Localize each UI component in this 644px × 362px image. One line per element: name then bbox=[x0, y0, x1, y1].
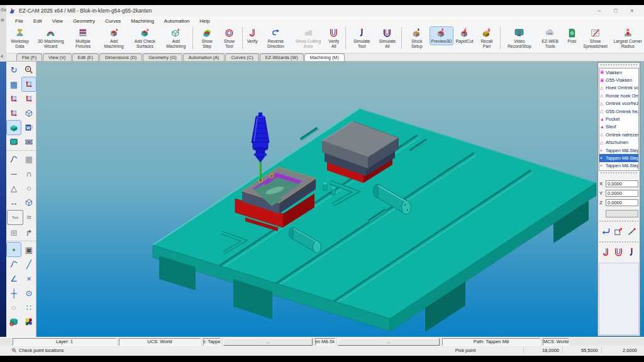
panel-button[interactable] bbox=[600, 225, 612, 238]
left-tool-icon[interactable]: ↱ bbox=[22, 226, 36, 239]
panel-button[interactable] bbox=[626, 246, 638, 259]
toolbar-button[interactable]: RapidCut bbox=[454, 27, 474, 45]
status-segment[interactable]: Wk Step: Tappen M8-Step-M8-Spotdrill bbox=[315, 338, 335, 346]
tab[interactable]: Edit (E) bbox=[72, 53, 99, 61]
workstep-item[interactable]: ▣ Vlakken bbox=[599, 69, 638, 76]
workstep-item[interactable]: △ Hoek Omtrek voorf bbox=[599, 84, 638, 92]
left-tool-icon[interactable] bbox=[7, 92, 21, 106]
toolbar-button[interactable]: Workstep Data bbox=[6, 27, 34, 49]
coordinate-input[interactable]: 0,0000 bbox=[606, 180, 638, 187]
menu-item[interactable]: Curves bbox=[100, 18, 126, 24]
status-segment[interactable]: UCS: World bbox=[119, 338, 201, 346]
workstep-item[interactable]: △ Afschuinen bbox=[599, 139, 638, 146]
left-tool-icon[interactable] bbox=[22, 77, 36, 91]
left-tool-icon[interactable]: ∷ bbox=[22, 300, 36, 314]
tab[interactable]: EZ-Wizards (W) bbox=[260, 53, 304, 61]
workstep-item[interactable]: ▲ Pocket bbox=[599, 115, 638, 123]
left-tool-icon[interactable]: ─ bbox=[7, 167, 21, 180]
toolbar-button[interactable]: Recall Part bbox=[476, 27, 501, 49]
left-tool-icon[interactable]: ▣ bbox=[22, 243, 36, 256]
status-segment[interactable]: Curve: Tappen M8 bbox=[203, 338, 221, 346]
left-tool-icon[interactable] bbox=[7, 315, 21, 329]
toolbar-button[interactable]: Show Cutting Area bbox=[292, 27, 324, 49]
coordinate-input[interactable]: 0,0000 bbox=[606, 190, 638, 197]
left-tool-icon[interactable]: ∩ bbox=[22, 167, 36, 180]
left-tool-icon[interactable] bbox=[22, 63, 36, 77]
viewport-3d[interactable] bbox=[36, 62, 644, 337]
left-tool-icon[interactable]: ↻ bbox=[7, 63, 21, 77]
left-tool-icon[interactable] bbox=[22, 135, 36, 149]
left-tool-icon[interactable] bbox=[7, 257, 21, 271]
tab[interactable]: Dimensions (D) bbox=[99, 53, 142, 61]
toolbar-button[interactable]: Stock Setup bbox=[405, 27, 428, 49]
left-tool-icon[interactable] bbox=[7, 152, 21, 166]
toolbar-button[interactable]: Add Machining bbox=[162, 27, 193, 49]
left-tool-icon[interactable]: × bbox=[22, 272, 36, 285]
left-tool-icon[interactable]: ╱ bbox=[22, 257, 36, 271]
menu-item[interactable]: Automation bbox=[159, 18, 194, 24]
toolbar-button[interactable]: Simulate All bbox=[376, 27, 402, 49]
left-tool-icon[interactable]: ▦ bbox=[22, 152, 36, 166]
toolbar-button[interactable]: Add Machining bbox=[100, 27, 128, 49]
left-tool-icon[interactable] bbox=[22, 121, 36, 134]
left-tool-icon[interactable]: ≈ bbox=[22, 210, 36, 224]
toolbar-button[interactable]: Show Spreadsheet bbox=[580, 27, 611, 49]
left-tool-icon[interactable]: ▦ bbox=[7, 77, 21, 91]
left-tool-icon[interactable]: △ bbox=[7, 181, 21, 195]
toolbar-button[interactable]: Simulate Tool bbox=[349, 27, 375, 49]
status-segment[interactable]: Layer: 1 bbox=[13, 338, 116, 346]
tab[interactable]: Curves (C) bbox=[225, 53, 258, 61]
workstep-item[interactable]: ▲ Sleuf bbox=[599, 123, 638, 131]
left-tool-icon[interactable]: ∠ bbox=[7, 272, 21, 285]
workstep-item[interactable]: △ Omtrek voorfrezen bbox=[599, 100, 638, 107]
left-tool-icon[interactable] bbox=[22, 195, 36, 209]
status-segment[interactable]: ... bbox=[223, 338, 313, 346]
menu-item[interactable]: Geometry bbox=[68, 18, 100, 24]
panel-button[interactable] bbox=[626, 225, 638, 238]
toolbar-button[interactable]: Reverse Direction bbox=[260, 27, 292, 49]
toolbar-button[interactable]: Largest Corner Radius bbox=[612, 27, 643, 49]
left-tool-icon[interactable] bbox=[7, 135, 21, 149]
menu-item[interactable]: File bbox=[10, 18, 28, 24]
tab[interactable]: Geometry (G) bbox=[143, 53, 182, 61]
toolbar-button[interactable]: EZ-WEB Tools bbox=[536, 27, 564, 49]
left-tool-icon[interactable]: ⊞ bbox=[7, 226, 21, 239]
toolbar-button[interactable]: Preview3D bbox=[430, 27, 453, 45]
menu-item[interactable]: Machining bbox=[126, 18, 158, 24]
workstep-item[interactable]: » Tappen M8-Step-M bbox=[599, 146, 638, 154]
toolbar-button[interactable]: Video Record/Stop bbox=[504, 27, 535, 49]
window-control-button[interactable]: × bbox=[629, 8, 635, 14]
panel-button[interactable] bbox=[600, 246, 612, 259]
left-tool-icon[interactable]: ⊙ bbox=[22, 286, 36, 300]
left-tool-icon[interactable] bbox=[22, 106, 36, 120]
tab[interactable]: Automation (A) bbox=[183, 53, 225, 61]
panel-button[interactable] bbox=[613, 246, 625, 259]
status-segment[interactable]: ... bbox=[338, 338, 440, 346]
window-control-button[interactable]: □ bbox=[613, 8, 619, 14]
window-control-button[interactable]: − bbox=[596, 8, 602, 14]
left-tool-icon[interactable] bbox=[7, 121, 21, 134]
menu-item[interactable]: Help bbox=[194, 18, 214, 24]
workstep-item[interactable]: △ Omtrek nafrezen bbox=[599, 131, 638, 138]
left-tool-icon[interactable]: ┼ bbox=[7, 286, 21, 300]
tab[interactable]: Machining (M) bbox=[304, 53, 345, 61]
left-tool-icon[interactable]: ▪ bbox=[7, 243, 21, 256]
toolbar-button[interactable]: Verify All bbox=[325, 27, 346, 49]
panel-grip[interactable] bbox=[601, 64, 637, 67]
panel-grip[interactable] bbox=[601, 172, 637, 175]
panel-button[interactable] bbox=[613, 225, 625, 238]
workstep-item[interactable]: » Tappen M8-Step-M bbox=[599, 162, 638, 170]
left-tool-icon[interactable]: ↔ bbox=[7, 195, 21, 209]
tab[interactable]: File (F) bbox=[16, 53, 42, 61]
toolbar-button[interactable]: Show Step bbox=[196, 27, 218, 49]
menu-item[interactable]: Edit bbox=[28, 18, 47, 24]
status-segment[interactable]: MCS: World bbox=[543, 338, 569, 346]
coordinate-input[interactable]: 0,0000 bbox=[606, 199, 638, 206]
left-tool-icon[interactable] bbox=[22, 315, 36, 329]
left-tool-icon[interactable]: ○ bbox=[7, 300, 21, 314]
menu-item[interactable]: View bbox=[47, 18, 68, 24]
toolbar-button[interactable]: Verify bbox=[246, 27, 259, 45]
left-tool-icon[interactable]: ○ bbox=[22, 181, 36, 195]
workstep-item[interactable]: ▣ G55-Vlakken bbox=[599, 76, 638, 84]
workstep-item[interactable]: △ Ronde hoek Omtre bbox=[599, 92, 638, 99]
